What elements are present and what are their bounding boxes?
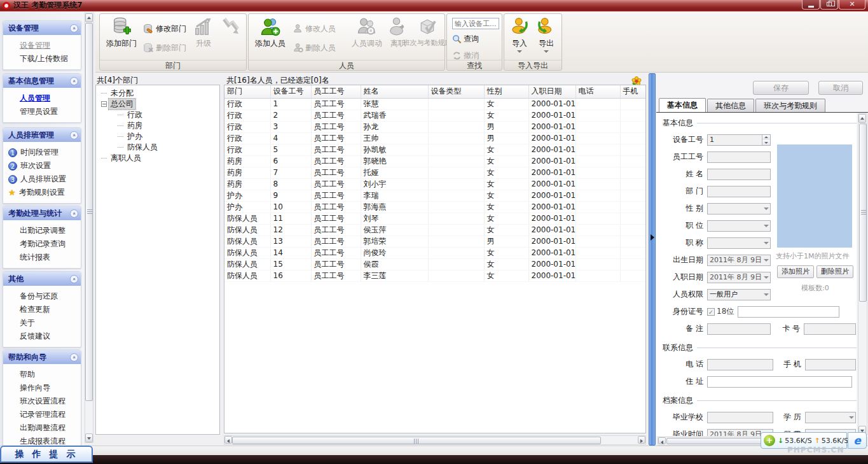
degree-select[interactable] — [805, 412, 856, 423]
sidebar-section-header[interactable]: 考勤处理与统计 — [3, 206, 81, 220]
table-row[interactable]: 防保人员14员工工号尚俊玲女2000-01-01 — [224, 247, 646, 258]
tree-node-3[interactable]: 药房 — [96, 120, 219, 131]
sidebar-scroll-down-button[interactable] — [85, 433, 93, 442]
position-select[interactable] — [707, 220, 771, 232]
sidebar-item-2-3[interactable]: ★考勤规则设置 — [3, 186, 81, 199]
column-header-8[interactable]: 手机 — [620, 85, 646, 98]
sidebar-item-5-1[interactable]: 操作向导 — [3, 381, 81, 395]
sidebar-section-header[interactable]: 基本信息管理 — [3, 74, 81, 88]
table-row[interactable]: 防保人员15员工工号侯霞女2000-01-01 — [224, 258, 646, 270]
delete-person-button[interactable]: 删除人员 — [293, 41, 336, 55]
delete-photo-button[interactable]: 删除照片 — [816, 265, 853, 278]
sidebar-item-1-0[interactable]: 人员管理 — [3, 92, 81, 105]
sidebar-section-header[interactable]: 其他 — [3, 272, 81, 286]
table-row[interactable]: 护办10员工工号郭海燕女2000-01-01 — [224, 201, 646, 213]
sidebar-section-header[interactable]: 人员排班管理 — [3, 128, 81, 142]
transfer-person-button[interactable]: 人员调动 — [349, 17, 385, 60]
table-row[interactable]: 防保人员11员工工号刘琴女2000-01-01 — [224, 213, 646, 224]
emp-no-field[interactable] — [707, 151, 771, 163]
ie-browser-icon[interactable]: e — [848, 432, 867, 449]
sidebar-item-5-2[interactable]: 班次设置流程 — [3, 395, 81, 408]
column-header-5[interactable]: 性别 — [484, 85, 528, 98]
sidebar-item-0-1[interactable]: 下载/上传数据 — [3, 52, 81, 66]
table-row[interactable]: 防保人员12员工工号侯玉萍女2000-01-01 — [224, 224, 646, 236]
sidebar-item-2-0[interactable]: 1时间段管理 — [3, 146, 81, 159]
id-no-field[interactable] — [738, 306, 839, 318]
safety-360-icon[interactable] — [764, 435, 775, 446]
sidebar-item-3-1[interactable]: 考勤记录查询 — [3, 237, 81, 251]
table-horizontal-scrollbar[interactable] — [224, 435, 646, 445]
cancel-button[interactable]: 取消 — [818, 81, 863, 95]
phone-field[interactable] — [707, 359, 773, 370]
panel-splitter[interactable] — [649, 73, 656, 446]
tab-shift-rules[interactable]: 班次与考勤规则 — [755, 99, 825, 112]
tree-node-4[interactable]: 护办 — [96, 131, 219, 142]
sidebar-item-4-2[interactable]: 关于 — [3, 316, 81, 330]
table-row[interactable]: 行政4员工工号王帅男2000-01-01 — [224, 132, 646, 144]
people-table[interactable]: 部门设备工号员工工号姓名设备类型性别入职日期电话手机 行政1员工工号张慧女200… — [224, 85, 646, 282]
detail-hscroll-thumb[interactable] — [666, 438, 762, 444]
chevron-up-circle-icon[interactable] — [70, 77, 78, 85]
table-row[interactable]: 行政2员工工号武瑞香女2000-01-01 — [224, 109, 646, 121]
table-row[interactable]: 行政3员工工号孙龙男2000-01-01 — [224, 121, 646, 132]
sidebar-item-5-0[interactable]: 帮助 — [3, 368, 81, 381]
close-button[interactable] — [839, 0, 865, 10]
chevron-up-circle-icon[interactable] — [70, 209, 78, 218]
privilege-select[interactable]: 一般用户 — [707, 289, 771, 300]
sidebar-scroll-up-button[interactable] — [85, 13, 93, 22]
shift-rules-button[interactable]: 班次与考勤规则 — [410, 17, 444, 60]
table-row[interactable]: 药房7员工工号托娅女2000-01-01 — [224, 167, 646, 178]
column-header-2[interactable]: 员工工号 — [311, 85, 361, 98]
birth-date-select[interactable]: 2011年 8月 9日 — [707, 255, 771, 266]
detail-scroll-left-button[interactable] — [658, 437, 666, 444]
column-header-7[interactable]: 电话 — [575, 85, 620, 98]
table-scroll-left-button[interactable] — [224, 436, 232, 444]
sidebar-item-5-3[interactable]: 记录管理流程 — [3, 408, 81, 421]
chevron-up-circle-icon[interactable] — [70, 275, 78, 283]
sidebar-scroll-thumb[interactable] — [85, 23, 93, 401]
tree-node-5[interactable]: 防保人员 — [96, 142, 219, 153]
column-header-4[interactable]: 设备类型 — [428, 85, 484, 98]
spinner-up-icon[interactable] — [762, 135, 770, 140]
sidebar-item-3-2[interactable]: 统计报表 — [3, 251, 81, 264]
minimize-button[interactable] — [802, 0, 820, 10]
id-18-checkbox[interactable]: ✓ — [707, 308, 715, 316]
name-field[interactable] — [707, 169, 771, 180]
column-header-0[interactable]: 部门 — [224, 85, 270, 98]
add-department-button[interactable]: 添加部门 — [102, 17, 141, 60]
sidebar-item-4-1[interactable]: 检查更新 — [3, 303, 81, 316]
mobile-field[interactable] — [805, 359, 856, 370]
column-header-3[interactable]: 姓名 — [361, 85, 428, 98]
address-field[interactable] — [707, 376, 852, 388]
sidebar-item-4-0[interactable]: 备份与还原 — [3, 290, 81, 303]
sidebar-section-header[interactable]: 设备管理 — [3, 21, 81, 35]
table-row[interactable]: 防保人员16员工工号李三莲女2000-01-01 — [224, 270, 646, 281]
card-no-field[interactable] — [804, 323, 856, 335]
spinner-down-icon[interactable] — [762, 140, 770, 145]
sidebar-item-1-1[interactable]: 管理员设置 — [3, 105, 81, 118]
sidebar-item-5-4[interactable]: 出勤调整流程 — [3, 421, 81, 435]
detail-scroll-thumb[interactable] — [859, 123, 867, 302]
export-chevron-down-icon[interactable] — [544, 50, 549, 53]
tree-collapse-icon[interactable]: − — [101, 101, 107, 107]
column-header-1[interactable]: 设备工号 — [270, 85, 311, 98]
table-row[interactable]: 药房8员工工号刘小宇女2000-01-01 — [224, 178, 646, 190]
downgrade-button[interactable]: 降级 — [218, 17, 245, 60]
device-no-stepper[interactable]: 1 — [707, 134, 771, 146]
column-header-6[interactable]: 入职日期 — [528, 85, 575, 98]
detail-scroll-up-button[interactable] — [858, 114, 866, 123]
modify-person-button[interactable]: 修改人员 — [293, 22, 336, 36]
save-button[interactable]: 保存 — [753, 81, 809, 95]
sidebar-item-4-3[interactable]: 反馈建议 — [3, 330, 81, 343]
table-row[interactable]: 药房6员工工号郭晓艳女2000-01-01 — [224, 155, 646, 167]
sidebar-item-2-2[interactable]: 3人员排班设置 — [3, 172, 81, 186]
hire-date-select[interactable]: 2011年 8月 9日 — [707, 272, 771, 283]
table-row[interactable]: 行政1员工工号张慧女2000-01-01 — [224, 98, 646, 109]
tree-node-1[interactable]: −总公司 — [96, 99, 219, 109]
gender-select[interactable] — [707, 203, 771, 214]
detail-vertical-scrollbar[interactable] — [858, 113, 867, 435]
import-chevron-down-icon[interactable] — [517, 50, 522, 53]
upgrade-button[interactable]: 升级 — [190, 17, 217, 60]
chevron-up-circle-icon[interactable] — [70, 353, 78, 362]
operation-tip-bar[interactable]: 操 作 提 示 — [0, 446, 93, 463]
